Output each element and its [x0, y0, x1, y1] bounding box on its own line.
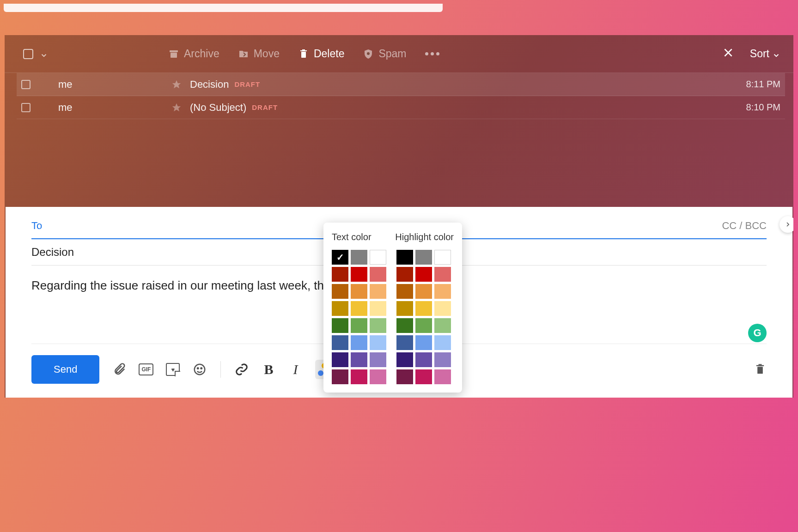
color-swatch[interactable]	[396, 318, 413, 333]
color-swatch[interactable]	[415, 335, 432, 350]
color-swatch[interactable]	[351, 352, 367, 367]
message-row[interactable]: me Decision DRAFT 8:11 PM	[17, 73, 785, 96]
row-checkbox[interactable]	[21, 80, 30, 89]
color-swatch[interactable]	[370, 267, 386, 282]
draft-badge: DRAFT	[252, 103, 278, 111]
star-icon[interactable]	[171, 79, 182, 90]
color-swatch[interactable]	[415, 369, 432, 384]
color-swatch[interactable]	[434, 284, 451, 299]
color-swatch[interactable]	[332, 335, 348, 350]
color-swatch[interactable]	[332, 284, 348, 299]
color-swatch[interactable]	[370, 250, 386, 265]
text-color-title: Text color	[332, 232, 381, 242]
color-swatch[interactable]	[396, 352, 413, 367]
send-button[interactable]: Send	[31, 355, 99, 384]
subject-input[interactable]: Decision	[31, 246, 74, 259]
more-actions-button[interactable]	[425, 52, 439, 55]
sticker-icon[interactable]: ♥	[166, 363, 180, 376]
color-swatch[interactable]	[396, 335, 413, 350]
color-swatch[interactable]	[434, 352, 451, 367]
delete-button[interactable]: Delete	[298, 48, 344, 60]
row-checkbox[interactable]	[21, 103, 30, 112]
emoji-icon[interactable]	[193, 363, 207, 376]
select-all-checkbox[interactable]	[23, 49, 33, 59]
italic-button[interactable]: I	[288, 363, 302, 376]
move-button[interactable]: Move	[238, 48, 280, 60]
close-button[interactable]	[722, 47, 734, 61]
color-swatch[interactable]	[370, 352, 386, 367]
color-swatch[interactable]	[351, 369, 367, 384]
color-swatch[interactable]	[332, 318, 348, 333]
color-swatch[interactable]	[370, 335, 386, 350]
color-swatch[interactable]	[434, 301, 451, 316]
archive-label: Archive	[184, 48, 219, 60]
cc-bcc-toggle[interactable]: CC / BCC	[722, 220, 767, 232]
toolbar-divider	[220, 361, 221, 378]
color-swatch[interactable]	[351, 284, 367, 299]
attach-icon[interactable]	[112, 363, 126, 376]
message-sender: me	[58, 79, 171, 91]
color-swatch[interactable]	[332, 301, 348, 316]
color-swatch[interactable]	[415, 250, 432, 265]
select-menu-chevron[interactable]	[40, 50, 48, 58]
star-icon[interactable]	[171, 103, 182, 113]
message-row[interactable]: me (No Subject) DRAFT 8:10 PM	[17, 96, 785, 119]
bold-button[interactable]: B	[262, 363, 275, 376]
color-swatch[interactable]	[332, 352, 348, 367]
color-swatch[interactable]	[396, 301, 413, 316]
color-swatch[interactable]	[370, 369, 386, 384]
spam-button[interactable]: Spam	[363, 48, 406, 60]
draft-badge: DRAFT	[234, 80, 260, 88]
gif-icon[interactable]: GIF	[139, 363, 153, 376]
color-swatch[interactable]	[332, 267, 348, 282]
move-label: Move	[254, 48, 280, 60]
svg-rect-3	[301, 52, 306, 58]
color-swatch[interactable]	[396, 284, 413, 299]
color-swatch[interactable]	[434, 267, 451, 282]
color-swatch[interactable]	[396, 267, 413, 282]
color-swatch[interactable]	[351, 301, 367, 316]
spam-shield-icon	[363, 48, 374, 60]
color-swatch[interactable]	[434, 369, 451, 384]
color-swatch[interactable]	[370, 284, 386, 299]
svg-rect-15	[759, 364, 762, 365]
color-swatch[interactable]	[396, 369, 413, 384]
discard-draft-button[interactable]	[754, 363, 767, 376]
color-swatch[interactable]	[415, 301, 432, 316]
spam-label: Spam	[378, 48, 406, 60]
color-picker-popover: Text color Highlight color	[323, 223, 462, 393]
expand-compose-button[interactable]	[780, 216, 793, 233]
color-swatch[interactable]	[351, 250, 367, 265]
grammarly-badge[interactable]: G	[748, 324, 767, 342]
color-swatch[interactable]	[434, 250, 451, 265]
link-icon[interactable]	[235, 363, 249, 376]
highlight-color-grid	[396, 250, 451, 384]
sort-button[interactable]: Sort	[750, 48, 780, 60]
trash-icon	[298, 48, 309, 60]
svg-rect-14	[757, 367, 763, 374]
browser-chrome-stub	[4, 4, 443, 12]
color-swatch[interactable]	[415, 284, 432, 299]
color-swatch[interactable]	[434, 318, 451, 333]
color-swatch[interactable]	[332, 250, 348, 265]
svg-rect-0	[170, 50, 178, 52]
color-swatch[interactable]	[434, 335, 451, 350]
sort-label: Sort	[750, 48, 769, 60]
svg-marker-9	[172, 103, 181, 111]
color-swatch[interactable]	[415, 267, 432, 282]
color-swatch[interactable]	[351, 267, 367, 282]
color-swatch[interactable]	[370, 301, 386, 316]
color-swatch[interactable]	[415, 352, 432, 367]
color-swatch[interactable]	[396, 250, 413, 265]
svg-point-12	[201, 368, 202, 369]
color-swatch[interactable]	[370, 318, 386, 333]
color-swatch[interactable]	[332, 369, 348, 384]
color-swatch[interactable]	[351, 318, 367, 333]
svg-rect-13	[756, 365, 764, 366]
archive-button[interactable]: Archive	[168, 48, 219, 60]
body-text: Regarding the issue raised in our meetin…	[31, 278, 330, 292]
color-swatch[interactable]	[415, 318, 432, 333]
color-swatch[interactable]	[351, 335, 367, 350]
svg-rect-1	[171, 53, 177, 58]
chevron-down-icon	[772, 50, 780, 58]
